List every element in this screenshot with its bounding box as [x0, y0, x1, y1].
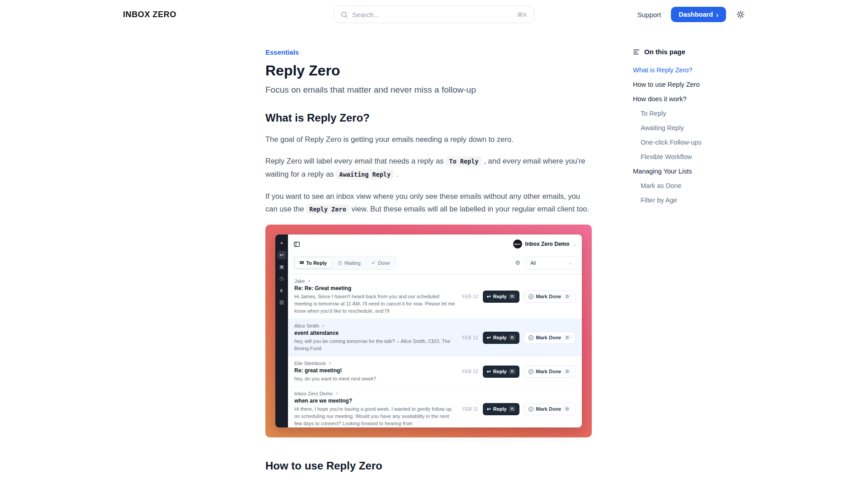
tab-icon: ✉ — [300, 260, 304, 266]
tab-bar: ✉To Reply ◷Waiting ✓Done — [293, 256, 396, 270]
toc-link[interactable]: Flexible Workflow — [633, 152, 728, 161]
external-link-icon[interactable]: ↗ — [321, 324, 325, 328]
section-heading-what-is-reply-zero: What is Reply Zero? — [265, 111, 592, 125]
page-title: Reply Zero — [265, 62, 592, 79]
clock-icon[interactable]: ◷ — [278, 274, 286, 283]
email-date: FEB 12 — [462, 335, 478, 340]
chevron-down-icon: ⌄ — [573, 242, 576, 247]
reply-button[interactable]: ↩ Reply R — [483, 403, 520, 415]
app-window: ✦ ↩ ▣ ◷ ⬖ ▥ — [275, 235, 582, 427]
top-navbar: INBOX ZERO ⌘K Support Dashboard › — [0, 0, 868, 29]
breadcrumb[interactable]: Essentials — [265, 48, 299, 56]
toc-link[interactable]: Awaiting Reply — [633, 123, 728, 132]
app-sidebar: ✦ ↩ ▣ ◷ ⬖ ▥ — [275, 235, 288, 427]
reply-shortcut-key: R — [509, 369, 516, 374]
account-avatar: INBOX — [513, 239, 522, 249]
sparkles-icon[interactable]: ✦ — [278, 239, 286, 248]
email-subject: when are we meeting? — [294, 398, 457, 404]
feature-screenshot: ✦ ↩ ▣ ◷ ⬖ ▥ — [265, 225, 592, 437]
toc-link[interactable]: What is Reply Zero? — [633, 66, 728, 75]
chevron-right-icon: › — [716, 11, 718, 18]
chevron-down-icon: ⌄ — [568, 260, 572, 265]
toc-link[interactable]: Mark as Done — [633, 181, 728, 190]
sidebar-toggle-button[interactable] — [293, 241, 300, 248]
tab-icon: ◷ — [338, 260, 342, 266]
toc-link[interactable]: Filter by Age — [633, 196, 728, 205]
mark-done-button[interactable]: ✓ Mark Done D — [524, 332, 576, 344]
inbox-icon[interactable]: ▣ — [278, 263, 286, 271]
search-input[interactable] — [352, 11, 513, 19]
filter-dropdown[interactable]: All ⌄ — [526, 257, 576, 269]
toolbar-right: ⚙ All ⌄ — [515, 257, 576, 269]
toc-link[interactable]: Managing Your Lists — [633, 167, 728, 176]
theme-toggle-button[interactable] — [736, 10, 745, 19]
email-row[interactable]: Jake↗ Re: Re: Great meeting Hi James, Si… — [288, 274, 582, 319]
toc-link[interactable]: One-click Follow-ups — [633, 138, 728, 147]
toc-link[interactable]: How to use Reply Zero — [633, 80, 728, 89]
toc-link[interactable]: To Reply — [633, 109, 728, 118]
email-list: Jake↗ Re: Re: Great meeting Hi James, Si… — [288, 274, 582, 427]
toc-link[interactable]: How does it work? — [633, 94, 728, 103]
reply-button[interactable]: ↩ Reply R — [483, 366, 520, 378]
mark-done-button[interactable]: ✓ Mark Done D — [524, 291, 576, 303]
done-shortcut-key: D — [564, 294, 571, 299]
toc-header: On this page — [633, 48, 728, 56]
email-subject: Re: great meeting! — [294, 367, 457, 374]
reply-arrow-icon: ↩ — [487, 407, 491, 412]
email-sender: Alice Smith↗ — [294, 323, 457, 328]
reply-icon[interactable]: ↩ — [278, 251, 286, 259]
tab[interactable]: ✓Done — [367, 257, 395, 268]
app-header: INBOX Inbox Zero Demo ⌄ — [288, 235, 582, 253]
navbar-right: Support Dashboard › — [637, 7, 745, 22]
app-main: INBOX Inbox Zero Demo ⌄ ✉To Reply ◷Waiti… — [288, 235, 582, 427]
email-row[interactable]: Inbox Zero Demo↗ when are we meeting? Hi… — [288, 387, 582, 427]
tag-icon[interactable]: ⬖ — [278, 286, 286, 295]
inline-code-awaiting-reply: Awaiting Reply — [336, 169, 394, 179]
check-circle-icon: ✓ — [528, 369, 533, 374]
reply-shortcut-key: R — [509, 406, 516, 412]
paragraph-2: Reply Zero will label every email that n… — [265, 155, 592, 181]
check-circle-icon: ✓ — [528, 294, 533, 299]
email-row[interactable]: Alice Smith↗ event attendance hey, will … — [288, 319, 582, 357]
paragraph-1: The goal of Reply Zero is getting your e… — [265, 133, 592, 145]
tab[interactable]: ◷Waiting — [333, 257, 366, 268]
mark-done-button[interactable]: ✓ Mark Done D — [524, 366, 576, 378]
email-date: FEB 12 — [462, 294, 478, 299]
gear-icon[interactable]: ⚙ — [515, 259, 520, 266]
account-menu[interactable]: INBOX Inbox Zero Demo ⌄ — [513, 239, 576, 249]
email-subject: event attendance — [294, 330, 457, 336]
reply-button[interactable]: ↩ Reply R — [483, 291, 520, 303]
logo[interactable]: INBOX ZERO — [123, 10, 176, 19]
search-icon — [340, 11, 348, 19]
chart-icon[interactable]: ▥ — [278, 298, 286, 306]
search-shortcut: ⌘K — [517, 11, 528, 18]
external-link-icon[interactable]: ↗ — [335, 391, 339, 396]
panel-icon — [293, 241, 300, 248]
mark-done-button[interactable]: ✓ Mark Done D — [524, 403, 576, 415]
search-bar[interactable]: ⌘K — [334, 6, 534, 23]
reply-shortcut-key: R — [509, 335, 516, 340]
dashboard-button[interactable]: Dashboard › — [671, 7, 726, 22]
section-heading-how-to-use: How to use Reply Zero — [265, 459, 592, 473]
reply-arrow-icon: ↩ — [487, 369, 491, 374]
external-link-icon[interactable]: ↗ — [307, 279, 311, 283]
toc: On this page What is Reply Zero? How to … — [633, 48, 728, 210]
dashboard-label: Dashboard — [679, 11, 713, 18]
email-snippet: hey, do you want to meet next week? — [294, 375, 457, 382]
page: INBOX ZERO ⌘K Support Dashboard › — [0, 0, 868, 488]
email-row[interactable]: Elie Steinbock↗ Re: great meeting! hey, … — [288, 357, 582, 387]
toc-icon — [633, 48, 640, 56]
article: Essentials Reply Zero Focus on emails th… — [265, 48, 592, 481]
reply-button[interactable]: ↩ Reply R — [483, 332, 520, 344]
toc-title: On this page — [644, 48, 685, 56]
email-sender: Jake↗ — [294, 278, 457, 284]
external-link-icon[interactable]: ↗ — [328, 361, 332, 366]
check-circle-icon: ✓ — [528, 335, 533, 340]
paragraph-3: If you want to see an inbox view where y… — [265, 190, 592, 216]
done-shortcut-key: D — [564, 406, 571, 412]
email-date: FEB 12 — [462, 369, 478, 374]
tab-icon: ✓ — [372, 260, 376, 266]
support-link[interactable]: Support — [637, 11, 661, 19]
reply-arrow-icon: ↩ — [487, 294, 491, 299]
tab[interactable]: ✉To Reply — [295, 257, 332, 268]
